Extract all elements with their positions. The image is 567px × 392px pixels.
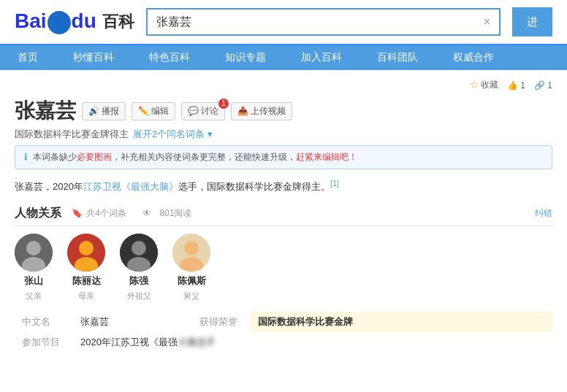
- search-input[interactable]: [148, 9, 475, 34]
- person-card-chenlida: 陈丽达 母亲: [67, 234, 105, 301]
- desc-reference[interactable]: [1]: [330, 179, 339, 188]
- avatar-zhangshan-img: [15, 234, 53, 272]
- show-value-blurred: 大脑选手: [178, 336, 216, 349]
- upload-label: 上传视频: [251, 105, 286, 118]
- subtitle-text: 国际数据科学比赛金牌得主: [15, 128, 129, 141]
- article-description: 张嘉芸，2020年江苏卫视《最强大脑》选手，国际数据科学比赛金牌得主。[1]: [15, 177, 552, 196]
- avatar-chenlida-img: [67, 234, 105, 272]
- notice-link-edit[interactable]: 赶紧来编辑吧！: [296, 152, 357, 162]
- star-icon: ☆: [470, 80, 479, 90]
- desc-name: 张嘉芸，2020年: [15, 181, 83, 192]
- top-actions-bar: ☆ 收藏 👍 1 🔗 1: [15, 79, 552, 91]
- person-card-chenqiang: 陈强 外祖父: [120, 234, 158, 301]
- collect-label: 收藏: [481, 80, 498, 90]
- speaker-icon: 🔊: [88, 106, 99, 116]
- search-box: ×: [146, 8, 501, 36]
- chevron-down-icon: ▾: [208, 128, 213, 139]
- notice-text: 本词条缺少必要图画，补充相关内容使词条更完整，还能快速升级，赶紧来编辑吧！: [33, 152, 357, 162]
- info-icon: ℹ: [24, 152, 28, 162]
- svg-point-4: [79, 241, 94, 255]
- svg-point-7: [132, 241, 146, 255]
- notice-box: ℹ 本词条缺少必要图画，补充相关内容使词条更完整，还能快速升级，赶紧来编辑吧！: [15, 145, 552, 169]
- person-name-chenqiang[interactable]: 陈强: [129, 274, 148, 288]
- avatar-chenqiang-img: [120, 234, 158, 272]
- svg-point-1: [26, 241, 41, 255]
- person-role-chenlida: 母亲: [78, 291, 94, 301]
- discuss-button[interactable]: 💬 讨论 1: [181, 102, 225, 120]
- person-name-chenpeisi[interactable]: 陈佩斯: [178, 274, 206, 288]
- baike-logo: 百科: [102, 11, 134, 33]
- desc-link-jiangsu[interactable]: 江苏卫视: [83, 181, 121, 192]
- nav-item-miaodong[interactable]: 秒懂百科: [56, 45, 132, 70]
- nav-item-home[interactable]: 首页: [0, 45, 56, 70]
- baidu-paw-icon: 🐾: [47, 11, 71, 34]
- expand-synonyms-link[interactable]: 展开2个同名词条 ▾: [133, 128, 213, 141]
- table-row: 中文名 张嘉芸 获得荣誉 国际数据科学比赛金牌: [15, 312, 552, 332]
- broadcast-button[interactable]: 🔊 播报: [82, 102, 126, 120]
- nav-item-knowledge[interactable]: 知识专题: [208, 45, 284, 70]
- relations-terms-count: 🔖 共4个词条: [72, 207, 132, 220]
- person-card-chenpeisi: 陈佩斯 舅父: [172, 234, 210, 301]
- desc-text: 选手，国际数据科学比赛金牌得主。: [178, 181, 330, 192]
- avatar-chenqiang[interactable]: [120, 234, 158, 272]
- avatar-zhangshan[interactable]: [15, 234, 53, 272]
- nav-bar: 首页 秒懂百科 特色百科 知识专题 加入百科 百科团队 权威合作: [0, 45, 567, 70]
- nav-item-authority[interactable]: 权威合作: [435, 45, 511, 70]
- person-name-zhangshan[interactable]: 张山: [24, 274, 43, 288]
- main-content: ☆ 收藏 👍 1 🔗 1 张嘉芸 🔊 播报 ✏️ 编辑 💬 讨论 1 📤 上传视…: [0, 70, 567, 361]
- eye-icon: 👁: [142, 208, 151, 218]
- search-button[interactable]: 进: [512, 7, 552, 36]
- baidu-logo-text: Bai🐾du: [15, 9, 96, 34]
- search-clear-button[interactable]: ×: [475, 11, 499, 33]
- relations-title-group: 人物关系 🔖 共4个词条 👁 801阅读: [15, 206, 197, 221]
- discuss-label: 讨论: [201, 105, 218, 118]
- collect-action[interactable]: ☆ 收藏: [470, 79, 498, 91]
- person-card-zhangshan: 张山 父亲: [15, 234, 53, 301]
- nav-item-join[interactable]: 加入百科: [284, 45, 359, 70]
- info-table: 中文名 张嘉芸 获得荣誉 国际数据科学比赛金牌 参加节目 2020年江苏卫视《最…: [15, 312, 552, 353]
- discuss-icon: 💬: [188, 106, 199, 116]
- info-value-chinesename: 张嘉芸: [73, 312, 192, 332]
- person-name-chenlida[interactable]: 陈丽达: [72, 274, 101, 288]
- relations-read-count: 👁 801阅读: [142, 207, 197, 220]
- avatar-chenlida[interactable]: [67, 234, 105, 272]
- upload-button[interactable]: 📤 上传视频: [231, 102, 292, 120]
- show-value-text: 2020年江苏卫视《最强: [80, 337, 178, 347]
- logo-area: Bai🐾du 百科: [15, 9, 134, 34]
- edit-icon: ✏️: [138, 106, 149, 116]
- desc-link-show[interactable]: 《最强大脑》: [121, 181, 178, 192]
- nav-item-team[interactable]: 百科团队: [359, 45, 435, 70]
- person-role-chenqiang: 外祖父: [127, 291, 151, 301]
- person-role-zhangshan: 父亲: [26, 291, 42, 301]
- relations-section-header: 人物关系 🔖 共4个词条 👁 801阅读 纠错: [15, 206, 552, 226]
- info-label-chinesename: 中文名: [15, 312, 73, 332]
- relations-section-title: 人物关系: [15, 206, 61, 221]
- svg-point-10: [184, 241, 199, 255]
- discuss-badge: 1: [218, 99, 229, 109]
- info-value-honor: 国际数据科学比赛金牌: [251, 312, 552, 332]
- article-subtitle: 国际数据科学比赛金牌得主 展开2个同名词条 ▾: [15, 128, 552, 141]
- share-action[interactable]: 🔗 1: [534, 80, 552, 91]
- edit-label: 编辑: [151, 105, 169, 118]
- like-count: 1: [520, 80, 525, 91]
- edit-button[interactable]: ✏️ 编辑: [132, 102, 175, 120]
- article-title-row: 张嘉芸 🔊 播报 ✏️ 编辑 💬 讨论 1 📤 上传视频: [15, 97, 552, 125]
- avatar-chenpeisi[interactable]: [172, 234, 210, 272]
- info-label-show: 参加节目: [15, 332, 73, 353]
- person-role-chenpeisi: 舅父: [183, 291, 199, 301]
- expand-link-text: 展开2个同名词条: [133, 128, 205, 139]
- header: Bai🐾du 百科 × 进: [0, 0, 567, 45]
- info-value-show: 2020年江苏卫视《最强大脑选手: [73, 332, 552, 353]
- article-title: 张嘉芸: [15, 97, 76, 125]
- info-label-honor: 获得荣誉: [192, 312, 251, 332]
- person-cards-row: 张山 父亲 陈丽达 母亲 陈强: [15, 234, 552, 301]
- notice-link-mustimage[interactable]: 必要图画: [77, 152, 112, 162]
- share-count: 1: [547, 80, 552, 91]
- table-row: 参加节目 2020年江苏卫视《最强大脑选手: [15, 332, 552, 353]
- nav-item-featured[interactable]: 特色百科: [132, 45, 208, 70]
- bookmark-icon: 🔖: [72, 208, 83, 218]
- correct-link[interactable]: 纠错: [535, 207, 552, 220]
- upload-icon: 📤: [237, 106, 248, 116]
- broadcast-label: 播报: [102, 105, 119, 118]
- like-action[interactable]: 👍 1: [507, 80, 525, 91]
